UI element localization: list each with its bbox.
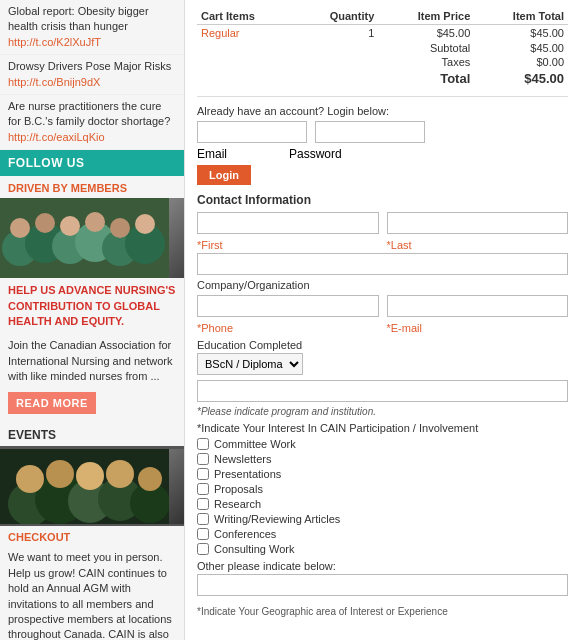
program-institution-input[interactable] [197, 380, 568, 402]
news-link-2[interactable]: http://t.co/Bnijn9dX [8, 76, 100, 88]
phone-input[interactable] [197, 295, 379, 317]
events-header: EVENTS [0, 422, 184, 446]
svg-point-12 [135, 214, 155, 234]
cart-col-total: Item Total [474, 8, 568, 25]
name-fields-row [197, 212, 568, 234]
company-label: Company/Organization [197, 279, 568, 291]
news-link-1[interactable]: http://t.co/K2lXuJfT [8, 36, 101, 48]
sidebar: Global report: Obesity bigger health cri… [0, 0, 185, 640]
svg-point-20 [46, 460, 74, 488]
taxes-value: $0.00 [474, 55, 568, 69]
cart-item-quantity: 1 [295, 25, 378, 42]
education-label: Education Completed [197, 339, 568, 351]
checkbox-research: Research [197, 498, 568, 510]
svg-point-22 [106, 460, 134, 488]
driven-members-header: DRIVEN BY MEMBERS [0, 176, 184, 198]
email-field-label: *E-mail [387, 322, 569, 334]
cart-row: Regular 1 $45.00 $45.00 [197, 25, 568, 42]
svg-point-21 [76, 462, 104, 490]
checkbox-conferences: Conferences [197, 528, 568, 540]
first-name-input[interactable] [197, 212, 379, 234]
last-label: *Last [387, 239, 569, 251]
subtotal-label: Subtotal [378, 41, 474, 55]
contact-section: Contact Information *First *Last Company… [197, 193, 568, 617]
company-input[interactable] [197, 253, 568, 275]
news-link-3[interactable]: http://t.co/eaxiLqKio [8, 131, 105, 143]
follow-us-header: FOLLOW US [0, 150, 184, 176]
divider-1 [197, 96, 568, 97]
phone-label: *Phone [197, 322, 379, 334]
other-input[interactable] [197, 574, 568, 596]
svg-point-7 [10, 218, 30, 238]
svg-point-8 [35, 213, 55, 233]
cart-col-quantity: Quantity [295, 8, 378, 25]
checkbox-presentations-label: Presentations [214, 468, 281, 480]
other-label: Other please indicate below: [197, 560, 568, 572]
svg-point-23 [138, 467, 162, 491]
contact-fields-row [197, 295, 568, 317]
education-select[interactable]: BScN / Diploma Certificate Masters PhD [197, 353, 303, 375]
svg-point-10 [85, 212, 105, 232]
driven-image [0, 198, 184, 278]
email-label: Email [197, 147, 227, 161]
checkbox-research-input[interactable] [197, 498, 209, 510]
checkbox-conferences-label: Conferences [214, 528, 276, 540]
checkbox-presentations-input[interactable] [197, 468, 209, 480]
password-label: Password [289, 147, 342, 161]
login-section: Already have an account? Login below: Em… [197, 105, 568, 185]
login-button[interactable]: Login [197, 165, 251, 185]
checkbox-newsletters: Newsletters [197, 453, 568, 465]
education-row: BScN / Diploma Certificate Masters PhD [197, 353, 568, 375]
cart-item-name: Regular [197, 25, 295, 42]
events-image [0, 446, 184, 526]
taxes-label: Taxes [378, 55, 474, 69]
program-note: *Please indicate program and institution… [197, 406, 568, 417]
total-label: Total [378, 69, 474, 88]
checkbox-committee-input[interactable] [197, 438, 209, 450]
checkbox-newsletters-input[interactable] [197, 453, 209, 465]
news-item-3: Are nurse practitioners the cure for B.C… [0, 95, 184, 150]
total-value: $45.00 [474, 69, 568, 88]
news-item-2: Drowsy Drivers Pose Major Risks http://t… [0, 55, 184, 95]
svg-point-9 [60, 216, 80, 236]
cart-item-price: $45.00 [378, 25, 474, 42]
total-row: Total $45.00 [197, 69, 568, 88]
main-content: Cart Items Quantity Item Price Item Tota… [185, 0, 580, 640]
login-fields-row [197, 121, 568, 143]
interest-title: *Indicate Your Interest In CAIN Particip… [197, 422, 568, 434]
contact-title: Contact Information [197, 193, 568, 207]
checkbox-proposals-input[interactable] [197, 483, 209, 495]
password-input[interactable] [315, 121, 425, 143]
driven-read-more-button[interactable]: READ MORE [8, 392, 96, 414]
subtotal-value: $45.00 [474, 41, 568, 55]
geographic-note: *Indicate Your Geographic area of Intere… [197, 606, 568, 617]
checkout-title: CHECKOUT [0, 526, 184, 546]
news-item-1: Global report: Obesity bigger health cri… [0, 0, 184, 55]
cart-item-total: $45.00 [474, 25, 568, 42]
email-contact-input[interactable] [387, 295, 569, 317]
checkbox-committee: Committee Work [197, 438, 568, 450]
svg-point-11 [110, 218, 130, 238]
subtotal-row: Subtotal $45.00 [197, 41, 568, 55]
cart-table: Cart Items Quantity Item Price Item Tota… [197, 8, 568, 88]
checkbox-conferences-input[interactable] [197, 528, 209, 540]
checkbox-writing-input[interactable] [197, 513, 209, 525]
cart-col-price: Item Price [378, 8, 474, 25]
last-name-input[interactable] [387, 212, 569, 234]
checkbox-newsletters-label: Newsletters [214, 453, 271, 465]
contact-labels: *Phone *E-mail [197, 322, 568, 334]
checkbox-writing-label: Writing/Reviewing Articles [214, 513, 340, 525]
first-label: *First [197, 239, 379, 251]
checkbox-writing: Writing/Reviewing Articles [197, 513, 568, 525]
checkbox-presentations: Presentations [197, 468, 568, 480]
email-input[interactable] [197, 121, 307, 143]
checkbox-consulting-input[interactable] [197, 543, 209, 555]
login-prompt: Already have an account? Login below: [197, 105, 568, 117]
checkbox-proposals-label: Proposals [214, 483, 263, 495]
driven-text: HELP US ADVANCE NURSING'S CONTRIBUTION T… [0, 278, 184, 334]
svg-point-19 [16, 465, 44, 493]
checkbox-consulting-label: Consulting Work [214, 543, 295, 555]
cart-col-items: Cart Items [197, 8, 295, 25]
checkout-body: We want to meet you in person. Help us g… [0, 546, 184, 640]
checkbox-consulting: Consulting Work [197, 543, 568, 555]
